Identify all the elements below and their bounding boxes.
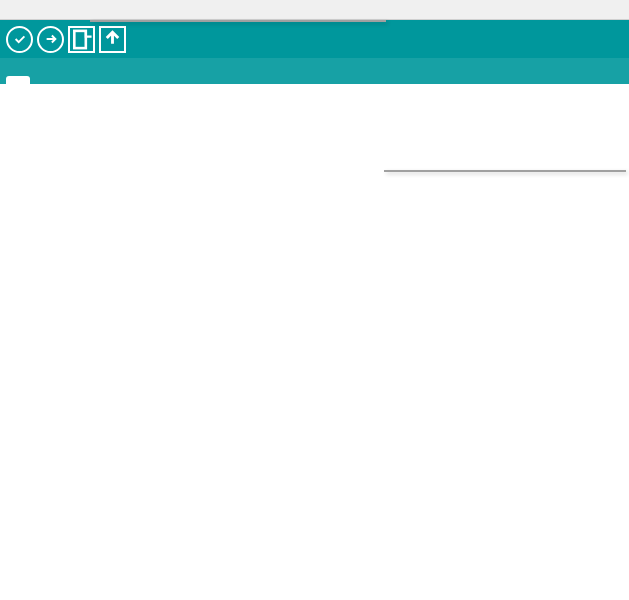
menubar bbox=[0, 0, 629, 20]
new-button[interactable] bbox=[68, 26, 95, 53]
svg-rect-0 bbox=[74, 30, 86, 47]
tabbar bbox=[0, 58, 629, 84]
open-button[interactable] bbox=[99, 26, 126, 53]
sketch-tab[interactable] bbox=[6, 76, 30, 84]
tools-menu bbox=[90, 20, 386, 22]
verify-button[interactable] bbox=[6, 26, 33, 53]
toolbar bbox=[0, 20, 629, 58]
board-submenu bbox=[384, 170, 626, 172]
code-editor[interactable] bbox=[0, 84, 629, 104]
upload-button[interactable] bbox=[37, 26, 64, 53]
